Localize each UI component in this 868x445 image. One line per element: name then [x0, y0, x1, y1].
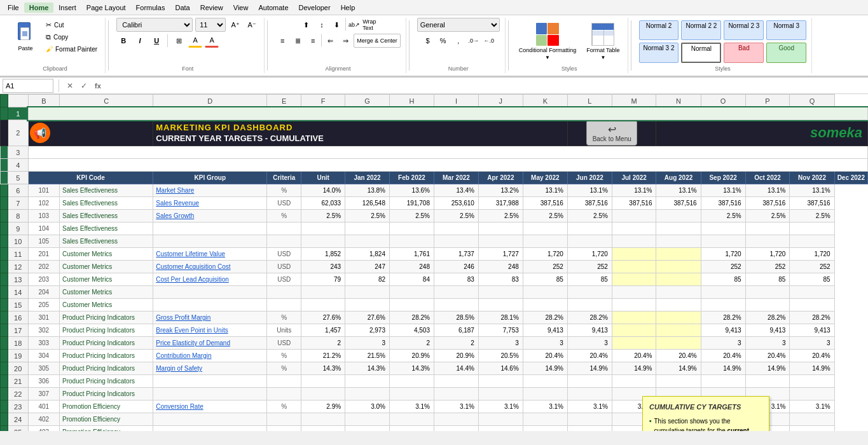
cell-jul-10[interactable] — [567, 235, 612, 248]
align-middle-button[interactable]: ↕ — [315, 18, 329, 32]
cell-code-16[interactable]: 301 — [28, 312, 59, 324]
cell-may-8[interactable]: 2.5% — [478, 210, 523, 222]
cell-code-17[interactable]: 302 — [28, 324, 59, 337]
cell-may-6[interactable]: 13.2% — [478, 184, 523, 197]
cell-unit-12[interactable]: USD — [267, 261, 301, 273]
cell-group-25[interactable]: Promotion Efficiency — [60, 426, 153, 432]
cell-may-13[interactable]: 83 — [478, 273, 523, 286]
cell-group-17[interactable]: Product Pricing Indicators — [60, 324, 153, 337]
font-family-select[interactable]: Calibri — [116, 18, 193, 32]
cell-may-7[interactable]: 317,988 — [478, 197, 523, 210]
cell-group-22[interactable]: Product Pricing Indicators — [60, 388, 153, 400]
cell-sep-19[interactable]: 20.4% — [656, 350, 701, 362]
cell-feb-21[interactable] — [345, 375, 390, 388]
cell-sep-13[interactable] — [656, 273, 701, 286]
cell-aug-20[interactable]: 14.9% — [612, 362, 656, 375]
cell-jun-15[interactable] — [523, 299, 567, 312]
cell-apr-12[interactable]: 246 — [434, 261, 478, 273]
cell-criteria-6[interactable]: Market Share — [153, 184, 267, 197]
cell-unit-20[interactable]: % — [267, 362, 301, 375]
cell-nov-7[interactable]: 387,516 — [745, 197, 790, 210]
cell-unit-21[interactable] — [267, 375, 301, 388]
cell-feb-16[interactable]: 27.6% — [345, 312, 390, 324]
cell-feb-24[interactable] — [345, 413, 390, 426]
cell-jun-19[interactable]: 20.4% — [523, 350, 567, 362]
cell-apr-14[interactable] — [434, 286, 478, 299]
cell-feb-22[interactable] — [345, 388, 390, 400]
cell-oct-15[interactable] — [701, 299, 745, 312]
cell-oct-13[interactable]: 85 — [701, 273, 745, 286]
cell-mar-16[interactable]: 28.2% — [390, 312, 434, 324]
cell-dec-22[interactable] — [790, 388, 834, 400]
cell-oct-9[interactable] — [701, 222, 745, 235]
cell-dec-6[interactable]: 13.1% — [790, 184, 834, 197]
row-header-18[interactable]: 18 — [8, 337, 28, 350]
cell-unit-7[interactable]: USD — [267, 197, 301, 210]
col-header-k[interactable]: K — [523, 95, 567, 107]
cell-dec-25[interactable] — [790, 426, 834, 432]
cell-code-13[interactable]: 203 — [28, 273, 59, 286]
cell-feb-11[interactable]: 1,824 — [345, 248, 390, 261]
cell-jul-13[interactable]: 85 — [567, 273, 612, 286]
cell-apr-20[interactable]: 14.4% — [434, 362, 478, 375]
cell-mar-24[interactable] — [390, 413, 434, 426]
cell-group-12[interactable]: Customer Metrics — [60, 261, 153, 273]
row-header-2[interactable]: 2 — [8, 120, 28, 146]
style-normal-plain[interactable]: Normal — [681, 43, 721, 64]
merge-center-button[interactable]: Merge & Center — [354, 34, 401, 48]
cell-aug-11[interactable] — [612, 248, 656, 261]
cell-oct-6[interactable]: 13.1% — [701, 184, 745, 197]
row-header-9[interactable]: 9 — [8, 222, 28, 235]
menu-formulas[interactable]: Formulas — [131, 3, 170, 13]
cell-nov-10[interactable] — [745, 235, 790, 248]
align-right-button[interactable]: ≡ — [306, 34, 320, 48]
bold-button[interactable]: B — [116, 34, 130, 48]
format-painter-button[interactable]: 🖌 Format Painter — [43, 44, 100, 54]
cell-dec-13[interactable]: 85 — [790, 273, 834, 286]
cell-jan-19[interactable]: 21.2% — [301, 350, 345, 362]
cell-mar-15[interactable] — [390, 299, 434, 312]
increase-font-button[interactable]: A⁺ — [228, 18, 242, 32]
cell-apr-24[interactable] — [434, 413, 478, 426]
cell-dec-12[interactable]: 252 — [790, 261, 834, 273]
cell-feb-19[interactable]: 21.5% — [345, 350, 390, 362]
cell-jun-9[interactable] — [523, 222, 567, 235]
cell-unit-16[interactable]: % — [267, 312, 301, 324]
cell-unit-17[interactable]: Units — [267, 324, 301, 337]
menu-file[interactable]: File — [3, 3, 24, 13]
cell-apr-16[interactable]: 28.5% — [434, 312, 478, 324]
menu-insert[interactable]: Insert — [53, 3, 81, 13]
cell-jan-25[interactable] — [301, 426, 345, 432]
cell-criteria-22[interactable] — [153, 388, 267, 400]
cell-jan-15[interactable] — [301, 299, 345, 312]
cell-jan-24[interactable] — [301, 413, 345, 426]
cell-jun-21[interactable] — [523, 375, 567, 388]
cell-nov-15[interactable] — [745, 299, 790, 312]
cell-jul-11[interactable]: 1,720 — [567, 248, 612, 261]
cell-jun-14[interactable] — [523, 286, 567, 299]
cell-may-25[interactable] — [478, 426, 523, 432]
cell-nov-11[interactable]: 1,720 — [745, 248, 790, 261]
cell-unit-19[interactable]: % — [267, 350, 301, 362]
back-to-menu-button[interactable]: ↩ Back to Menu — [586, 120, 637, 146]
cell-criteria-12[interactable]: Customer Acquisition Cost — [153, 261, 267, 273]
cell-mar-25[interactable] — [390, 426, 434, 432]
cell-apr-23[interactable]: 3.1% — [434, 400, 478, 413]
cell-dec-11[interactable]: 1,720 — [790, 248, 834, 261]
cell-jan-12[interactable]: 243 — [301, 261, 345, 273]
cell-aug-15[interactable] — [612, 299, 656, 312]
cell-jan-17[interactable]: 1,457 — [301, 324, 345, 337]
cell-oct-21[interactable] — [701, 375, 745, 388]
cell-apr-17[interactable]: 6,187 — [434, 324, 478, 337]
cell-aug-19[interactable]: 20.4% — [612, 350, 656, 362]
cell-sep-18[interactable] — [656, 337, 701, 350]
cell-mar-17[interactable]: 4,503 — [390, 324, 434, 337]
menu-review[interactable]: Review — [195, 3, 228, 13]
cell-feb-23[interactable]: 3.0% — [345, 400, 390, 413]
cell-mar-6[interactable]: 13.6% — [390, 184, 434, 197]
cell-jan-7[interactable]: 62,033 — [301, 197, 345, 210]
cell-group-13[interactable]: Customer Metrics — [60, 273, 153, 286]
cell-jul-20[interactable]: 14.9% — [567, 362, 612, 375]
cell-nov-8[interactable]: 2.5% — [745, 210, 790, 222]
cell-jul-15[interactable] — [567, 299, 612, 312]
